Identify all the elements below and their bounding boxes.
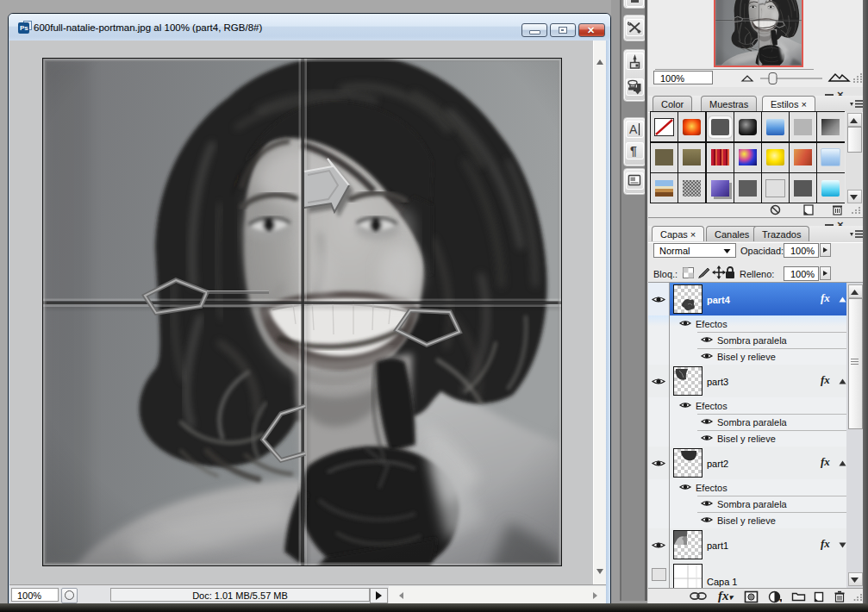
svg-text:¶: ¶ [630,144,637,158]
svg-text:▾: ▾ [779,596,782,603]
svg-text:A: A [629,122,638,136]
